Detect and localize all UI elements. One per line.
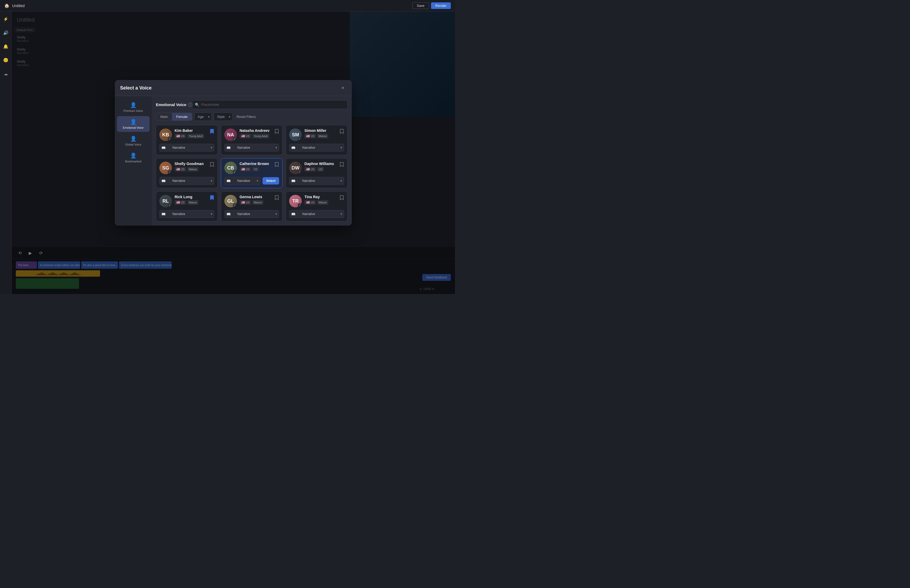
age-tag-natasha-andreev: Young Adult [252, 134, 269, 139]
voice-avatar-daphne-williams: DW 🔊 [289, 162, 302, 174]
bookmark-button-rick-long[interactable] [210, 195, 214, 202]
voice-card-header-rick-long: RL 🔊 Rick Long 🇺🇸 US Mature [159, 195, 214, 207]
audio-play-badge-natasha-andreev[interactable]: 🔊 [233, 137, 237, 141]
voice-avatar-natasha-andreev: NA 🔊 [224, 128, 237, 141]
style-dropdown-rick-long[interactable]: Narrative [159, 210, 214, 218]
modal-content: Emotional Voice i 🔍 Male [152, 96, 352, 226]
audio-play-badge-shelly-goodman[interactable]: 🔊 [168, 170, 172, 174]
style-dropdown-daphne-williams[interactable]: Narrative [289, 177, 344, 185]
style-dropdown-tina-ray[interactable]: Narrative [289, 210, 344, 218]
audio-play-badge-catherine-brown[interactable]: 🔊 [233, 170, 237, 174]
bookmark-button-kim-baker[interactable] [210, 128, 214, 135]
bookmark-button-catherine-brown[interactable] [274, 162, 279, 168]
voice-card-header-genna-lewis: GL 🔊 Genna Lewis 🇺🇸 US Mature [224, 195, 280, 207]
audio-play-badge-genna-lewis[interactable]: 🔊 [233, 203, 237, 207]
voice-card-header-kim-baker: KB 🔊 Kim Baker 🇺🇸 US Young Adult [159, 128, 214, 141]
flag-shelly-goodman: 🇺🇸 [176, 167, 180, 171]
style-filter-select[interactable]: Style [214, 113, 233, 121]
nav-label-global: Global Voice [125, 143, 141, 146]
modal-close-button[interactable]: × [339, 84, 346, 92]
modal-header: Select a Voice × [115, 80, 352, 96]
style-dropdown-natasha-andreev[interactable]: Narrative [224, 144, 280, 152]
age-tag-daphne-williams: US [317, 167, 324, 171]
bookmark-button-genna-lewis[interactable] [274, 195, 279, 202]
save-button[interactable]: Save [412, 2, 429, 9]
home-icon[interactable]: 🏠 [4, 3, 10, 8]
age-tag-catherine-brown: US [252, 167, 259, 171]
bookmark-button-simon-miller[interactable] [339, 128, 344, 135]
audio-play-badge-tina-ray[interactable]: 🔊 [297, 203, 302, 207]
sidebar-icon-audio[interactable]: 🔊 [2, 28, 10, 37]
voice-name-daphne-williams: Daphne Williams [304, 162, 337, 166]
filter-male-button[interactable]: Male [156, 113, 172, 121]
voice-card-simon-miller: SM 🔊 Simon Miller 🇺🇸 US Mature 📖 N [286, 125, 348, 155]
country-tag-shelly-goodman: 🇺🇸 US [175, 167, 186, 171]
nav-item-emotional[interactable]: 👤 Emotional Voice [117, 116, 150, 132]
book-icon-natasha-andreev: 📖 [226, 146, 231, 150]
voice-name-simon-miller: Simon Miller [304, 128, 337, 132]
audio-play-badge-rick-long[interactable]: 🔊 [168, 203, 172, 207]
nav-item-premium[interactable]: 👤 Premium Voice [117, 99, 150, 115]
style-row-shelly-goodman: 📖 Narrative [159, 177, 214, 185]
style-select-wrap-natasha-andreev: 📖 Narrative [224, 144, 280, 152]
filter-female-button[interactable]: Female [172, 113, 192, 121]
style-dropdown-shelly-goodman[interactable]: Narrative [159, 177, 214, 185]
age-tag-shelly-goodman: Mature [187, 167, 199, 171]
voice-card-genna-lewis: GL 🔊 Genna Lewis 🇺🇸 US Mature 📖 Na [221, 191, 283, 221]
audio-play-badge-kim-baker[interactable]: 🔊 [168, 137, 172, 141]
sidebar-icon-effects[interactable]: ⚡ [2, 15, 10, 23]
nav-label-premium: Premium Voice [123, 109, 143, 112]
age-filter-select[interactable]: Age [194, 113, 212, 121]
voice-info-daphne-williams: Daphne Williams 🇺🇸 US US [304, 162, 337, 171]
voice-name-shelly-goodman: Shelly Goodman [175, 162, 207, 166]
style-row-tina-ray: 📖 Narrative [289, 210, 344, 218]
sidebar-icon-emoji[interactable]: 😊 [2, 56, 10, 64]
sidebar-icon-alerts[interactable]: 🔔 [2, 42, 10, 50]
nav-item-bookmarked[interactable]: 👤 Bookmarked [117, 150, 150, 166]
sidebar-icon-upload[interactable]: ☁ [2, 69, 10, 78]
voice-info-rick-long: Rick Long 🇺🇸 US Mature [175, 195, 207, 205]
info-icon[interactable]: i [188, 103, 192, 107]
premium-voice-icon: 👤 [130, 102, 137, 108]
search-input[interactable] [192, 100, 348, 109]
style-dropdown-kim-baker[interactable]: Narrative [159, 144, 214, 152]
book-icon-kim-baker: 📖 [162, 146, 166, 150]
book-icon-rick-long: 📖 [162, 212, 166, 216]
audio-play-badge-simon-miller[interactable]: 🔊 [297, 137, 302, 141]
audio-play-badge-daphne-williams[interactable]: 🔊 [297, 170, 302, 174]
nav-item-global[interactable]: 👤 Global Voice [117, 133, 150, 149]
reset-filters-button[interactable]: Reset Filters [234, 113, 258, 121]
country-tag-daphne-williams: 🇺🇸 US [304, 167, 316, 171]
bookmark-button-daphne-williams[interactable] [339, 162, 344, 168]
style-dropdown-genna-lewis[interactable]: Narrative [224, 210, 280, 218]
topbar-right: Save Render [412, 2, 451, 9]
style-select-wrap-daphne-williams: 📖 Narrative [289, 177, 344, 185]
voice-card-header-catherine-brown: CB 🔊 Catherine Brown 🇺🇸 US US [224, 162, 280, 174]
nav-label-bookmarked: Bookmarked [125, 160, 141, 163]
section-label: Emotional Voice i [156, 102, 192, 107]
voice-card-catherine-brown: CB 🔊 Catherine Brown 🇺🇸 US US 📖 Na [221, 158, 283, 188]
select-voice-button-catherine-brown[interactable]: Select [262, 177, 279, 184]
flag-natasha-andreev: 🇺🇸 [241, 134, 245, 138]
voice-name-natasha-andreev: Natasha Andreev [239, 128, 272, 132]
book-icon-shelly-goodman: 📖 [162, 179, 166, 183]
render-button[interactable]: Render [431, 2, 451, 9]
bookmark-button-shelly-goodman[interactable] [210, 162, 214, 168]
style-dropdown-simon-miller[interactable]: Narrative [289, 144, 344, 152]
bookmark-button-tina-ray[interactable] [339, 195, 344, 202]
flag-genna-lewis: 🇺🇸 [241, 200, 245, 204]
style-select-wrap-catherine-brown: 📖 Narrative [224, 177, 260, 185]
voice-info-shelly-goodman: Shelly Goodman 🇺🇸 US Mature [175, 162, 207, 171]
flag-catherine-brown: 🇺🇸 [241, 167, 245, 171]
style-row-genna-lewis: 📖 Narrative [224, 210, 280, 218]
voice-card-header-tina-ray: TR 🔊 Tina Ray 🇺🇸 US Mature [289, 195, 344, 207]
voice-select-modal: Select a Voice × 👤 Premium Voice 👤 Emoti… [115, 80, 352, 226]
age-tag-genna-lewis: Mature [252, 200, 263, 205]
voice-info-catherine-brown: Catherine Brown 🇺🇸 US US [239, 162, 272, 171]
modal-body: 👤 Premium Voice 👤 Emotional Voice 👤 Glob… [115, 96, 352, 226]
voice-tags-rick-long: 🇺🇸 US Mature [175, 200, 207, 205]
bookmark-button-natasha-andreev[interactable] [274, 128, 279, 135]
search-wrap: 🔍 [192, 100, 348, 109]
country-tag-catherine-brown: 🇺🇸 US [239, 167, 251, 171]
topbar-left: 🏠 Untitled [4, 3, 24, 8]
